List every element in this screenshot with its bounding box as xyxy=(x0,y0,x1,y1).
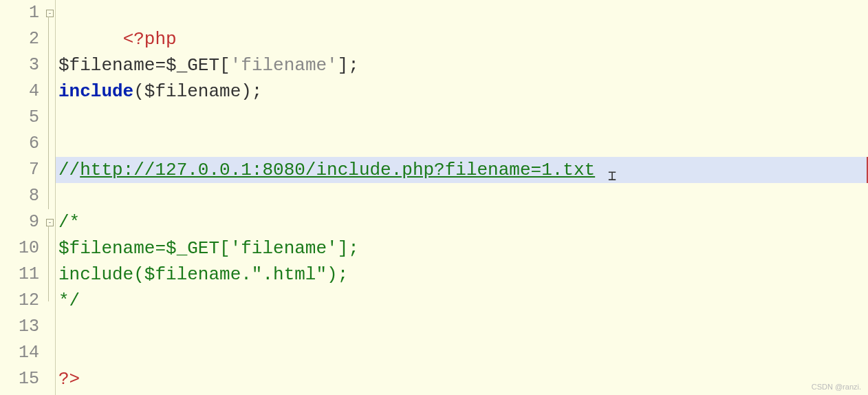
fold-column: - - xyxy=(45,0,56,395)
code-line: */ xyxy=(56,288,868,314)
line-number: 3 xyxy=(0,52,39,78)
line-number: 14 xyxy=(0,340,39,366)
line-number: 1 xyxy=(0,0,39,26)
fold-toggle-icon[interactable]: - xyxy=(46,219,54,226)
comment-slashes: // xyxy=(58,160,80,180)
block-comment-open: /* xyxy=(58,212,80,233)
code-line: $filename=$_GET['filename']; xyxy=(56,235,868,261)
fold-toggle-icon[interactable]: - xyxy=(46,10,54,17)
string-literal: 'filename' xyxy=(230,55,338,76)
code-line xyxy=(56,131,868,157)
php-close-tag: ?> xyxy=(58,369,80,389)
php-open-tag: <?php xyxy=(123,29,177,50)
superglobal: $_GET xyxy=(166,55,219,76)
line-number: 15 xyxy=(0,366,39,392)
line-number: 6 xyxy=(0,131,39,157)
code-content[interactable]: <?php $filename=$_GET['filename']; inclu… xyxy=(56,0,868,395)
code-line: ?> xyxy=(56,366,868,392)
line-number: 11 xyxy=(0,261,39,288)
line-number: 12 xyxy=(0,288,39,314)
code-line xyxy=(56,105,868,131)
fold-guide xyxy=(48,226,49,301)
code-editor[interactable]: 1 2 3 4 5 6 7 8 9 10 11 12 13 14 15 - - xyxy=(0,0,868,395)
code-line xyxy=(56,314,868,340)
paren: ); xyxy=(241,81,262,102)
line-number: 4 xyxy=(0,78,39,105)
code-line: include($filename.".html"); xyxy=(56,261,868,288)
block-comment-text: include($filename.".html"); xyxy=(58,264,348,285)
line-number: 8 xyxy=(0,183,39,209)
variable: $filename xyxy=(58,55,155,76)
code-line: include($filename); xyxy=(56,78,868,105)
block-comment-close: */ xyxy=(58,290,80,311)
code-line xyxy=(56,340,868,366)
line-number-gutter: 1 2 3 4 5 6 7 8 9 10 11 12 13 14 15 xyxy=(0,0,45,395)
line-number: 7 xyxy=(0,157,39,183)
operator: = xyxy=(155,55,166,76)
code-line xyxy=(56,26,868,52)
line-number: 2 xyxy=(0,26,39,52)
block-comment-text: $filename=$_GET['filename']; xyxy=(58,238,359,259)
keyword: include xyxy=(58,81,133,102)
code-line: /* xyxy=(56,209,868,235)
bracket: ]; xyxy=(338,55,359,76)
code-line: $filename=$_GET['filename']; xyxy=(56,52,868,78)
line-number: 13 xyxy=(0,314,39,340)
paren: ( xyxy=(133,81,144,102)
line-number: 9 xyxy=(0,209,39,235)
watermark-label: CSDN @ranzi. xyxy=(812,383,861,391)
comment-url: http://127.0.0.1:8080/include.php?filena… xyxy=(80,160,595,180)
variable: $filename xyxy=(144,81,241,102)
code-line xyxy=(56,183,868,209)
line-number: 5 xyxy=(0,105,39,131)
code-line: <?php xyxy=(56,0,868,26)
code-line-active: //http://127.0.0.1:8080/include.php?file… xyxy=(56,157,868,183)
line-number: 10 xyxy=(0,235,39,261)
fold-guide xyxy=(48,17,49,209)
bracket: [ xyxy=(219,55,230,76)
